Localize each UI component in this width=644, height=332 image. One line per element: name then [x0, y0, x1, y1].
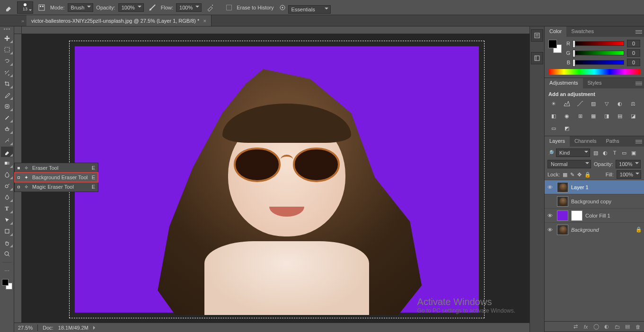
layer-row[interactable]: 👁Color Fill 1 — [545, 208, 644, 222]
visibility-toggle[interactable]: 👁 — [547, 184, 554, 190]
opacity-dropdown[interactable]: 100% — [118, 3, 144, 12]
brush-preset-picker[interactable]: 13 — [17, 1, 33, 14]
history-brush-tool[interactable] — [1, 135, 13, 146]
color-slider-r[interactable]: R0 — [565, 40, 640, 47]
filter-adjust-icon[interactable]: ◐ — [601, 150, 609, 156]
filter-search-icon[interactable]: 🔎 — [547, 150, 554, 156]
exposure-icon[interactable]: ▨ — [588, 99, 599, 108]
visibility-toggle[interactable]: 👁 — [547, 227, 554, 233]
path-selection-tool[interactable] — [1, 215, 13, 225]
ruler-origin[interactable] — [14, 26, 22, 34]
panel-grip[interactable] — [2, 28, 12, 31]
filter-type-icon[interactable]: T — [611, 150, 618, 156]
tab-dropdown-icon[interactable]: » — [19, 15, 26, 26]
lasso-tool[interactable] — [1, 56, 13, 66]
blur-tool[interactable] — [1, 169, 13, 180]
move-tool[interactable] — [1, 33, 13, 44]
levels-icon[interactable] — [562, 99, 572, 108]
tab-paths[interactable]: Paths — [601, 136, 624, 147]
close-tab-icon[interactable]: × — [203, 18, 206, 24]
properties-panel-icon[interactable] — [531, 52, 543, 64]
toggle-brush-panel-icon[interactable] — [36, 2, 47, 13]
flyout-item-background-eraser-tool[interactable]: ✦Background Eraser ToolE — [15, 173, 98, 182]
pressure-opacity-icon[interactable] — [147, 2, 158, 13]
add-mask-icon[interactable]: ◯ — [593, 323, 600, 330]
history-panel-icon[interactable] — [531, 29, 543, 42]
delete-layer-icon[interactable]: 🗑 — [635, 324, 641, 330]
lock-pixels-icon[interactable]: ✎ — [570, 172, 574, 178]
lock-all-icon[interactable]: 🔒 — [584, 172, 591, 178]
vibrance-icon[interactable]: ▽ — [601, 99, 612, 108]
filter-pixel-icon[interactable]: ▧ — [592, 150, 600, 156]
eyedropper-tool[interactable] — [1, 90, 13, 100]
bw-icon[interactable]: ◧ — [548, 111, 559, 121]
document-tab[interactable]: victor-ballesteros-XNIYz25pzII-unsplash.… — [26, 15, 212, 26]
zoom-tool[interactable] — [1, 249, 13, 259]
filter-shape-icon[interactable]: ▭ — [620, 150, 628, 156]
panel-menu-icon[interactable] — [635, 138, 642, 145]
zoom-level[interactable]: 27.5% — [18, 325, 33, 331]
color-balance-icon[interactable]: ⚖ — [628, 99, 638, 108]
curves-icon[interactable] — [575, 99, 585, 108]
panel-menu-icon[interactable] — [635, 80, 642, 87]
type-tool[interactable]: T — [1, 203, 13, 214]
shape-tool[interactable] — [1, 226, 13, 236]
edit-toolbar[interactable]: ⋯ — [1, 266, 13, 276]
color-lookup-icon[interactable]: ▦ — [588, 111, 599, 121]
layer-row[interactable]: 👁Background🔒 — [545, 222, 644, 236]
lock-transparency-icon[interactable]: ▦ — [563, 172, 567, 178]
new-fill-adjust-icon[interactable]: ◐ — [603, 323, 610, 330]
horizontal-ruler[interactable] — [22, 26, 529, 34]
layer-row[interactable]: 👁Layer 1 — [545, 180, 644, 194]
pen-tool[interactable] — [1, 192, 13, 202]
new-layer-icon[interactable]: ▤ — [624, 323, 631, 330]
spectrum-ramp[interactable] — [545, 69, 644, 78]
gradient-map-icon[interactable]: ▭ — [548, 123, 559, 133]
layer-thumbnail[interactable] — [557, 182, 568, 192]
color-fg-bg-swatch[interactable] — [548, 40, 562, 53]
brush-tool[interactable] — [1, 113, 13, 123]
layer-thumbnail[interactable] — [557, 225, 568, 235]
marquee-tool[interactable] — [1, 44, 13, 55]
fg-bg-swatch[interactable] — [2, 279, 12, 289]
layer-name[interactable]: Color Fill 1 — [585, 213, 641, 218]
layer-name[interactable]: Background copy — [571, 199, 641, 204]
tab-color[interactable]: Color — [545, 26, 566, 37]
airbrush-icon[interactable] — [204, 2, 216, 13]
filter-kind-dropdown[interactable]: Kind — [556, 149, 590, 157]
gradient-tool[interactable] — [1, 158, 13, 168]
magic-wand-tool[interactable] — [1, 67, 13, 78]
pressure-size-icon[interactable] — [277, 2, 288, 13]
threshold-icon[interactable]: ◪ — [628, 111, 638, 121]
tab-channels[interactable]: Channels — [570, 136, 601, 147]
panel-menu-icon[interactable] — [635, 28, 642, 35]
hand-tool[interactable] — [1, 237, 13, 248]
tab-layers[interactable]: Layers — [545, 136, 570, 147]
color-slider-g[interactable]: G0 — [565, 49, 640, 57]
layer-name[interactable]: Background — [571, 227, 633, 233]
eraser-tool[interactable] — [1, 147, 13, 157]
mode-dropdown[interactable]: Brush — [68, 3, 94, 12]
document-canvas[interactable] — [69, 41, 485, 318]
layer-opacity-dropdown[interactable]: 100% — [616, 160, 640, 168]
dodge-tool[interactable] — [1, 181, 13, 191]
layer-mask-thumbnail[interactable] — [571, 210, 582, 221]
workspace-switcher[interactable]: Essentials — [288, 5, 331, 14]
fill-dropdown[interactable]: 100% — [617, 170, 641, 179]
tab-swatches[interactable]: Swatches — [566, 26, 599, 37]
color-slider-b[interactable]: B0 — [565, 59, 640, 66]
blend-mode-dropdown[interactable]: Normal — [547, 160, 591, 168]
posterize-icon[interactable]: ▤ — [615, 111, 625, 121]
flyout-item-magic-eraser-tool[interactable]: ✧Magic Eraser ToolE — [15, 182, 98, 192]
hue-sat-icon[interactable]: ◐ — [615, 99, 625, 108]
clone-stamp-tool[interactable] — [1, 124, 13, 134]
brightness-contrast-icon[interactable]: ☀ — [548, 99, 559, 108]
flyout-item-eraser-tool[interactable]: ✧Eraser ToolE — [15, 163, 98, 173]
status-menu-icon[interactable] — [93, 326, 97, 330]
visibility-toggle[interactable]: 👁 — [547, 213, 554, 218]
filter-smart-icon[interactable]: ▣ — [630, 150, 637, 156]
tab-adjustments[interactable]: Adjustments — [545, 78, 583, 88]
layer-row[interactable]: Background copy — [545, 194, 644, 208]
layer-thumbnail[interactable] — [557, 210, 568, 221]
layer-fx-icon[interactable]: fx — [582, 324, 589, 330]
